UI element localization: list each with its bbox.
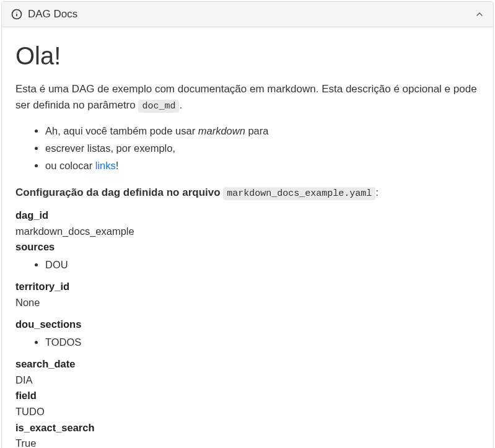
intro-text: Esta é uma DAG de exemplo com documentaç…	[15, 83, 477, 111]
config-definition-list: dag_id markdown_docs_example sources DOU…	[15, 208, 480, 448]
intro-suffix: .	[179, 99, 182, 111]
intro-paragraph: Esta é uma DAG de exemplo com documentaç…	[15, 81, 480, 113]
config-label-suffix: :	[375, 187, 379, 198]
info-icon	[11, 8, 23, 20]
config-key-dou-sections: dou_sections	[15, 317, 480, 333]
list-item: TODOS	[45, 334, 480, 350]
dag-docs-panel: DAG Docs Ola! Esta é uma DAG de exemplo …	[1, 1, 494, 448]
panel-body: Ola! Esta é uma DAG de exemplo com docum…	[2, 27, 493, 448]
list-item: ou colocar links!	[45, 157, 480, 174]
config-value-search-date: DIA	[15, 372, 480, 389]
config-key-sources: sources	[15, 239, 480, 255]
config-label: Configuração da dag definida no arquivo …	[15, 187, 480, 199]
config-key-territory-id: territory_id	[15, 279, 480, 295]
list-item: escrever listas, por exemplo,	[45, 139, 480, 157]
dou-sections-list: TODOS	[15, 334, 480, 350]
config-value-dou-sections: TODOS	[15, 334, 480, 350]
inline-code-yaml: markdown_docs_example.yaml	[223, 187, 375, 200]
panel-header[interactable]: DAG Docs	[2, 2, 493, 27]
config-label-text: Configuração da dag definida no arquivo	[15, 187, 223, 198]
config-key-is-exact-search: is_exact_search	[15, 420, 480, 436]
config-value-sources: DOU	[15, 257, 480, 273]
bullet-list: Ah, aqui você também pode usar markdown …	[15, 122, 480, 174]
svg-point-2	[16, 12, 17, 12]
config-key-field: field	[15, 388, 480, 404]
config-value-field: TUDO	[15, 404, 480, 420]
config-value-dag-id: markdown_docs_example	[15, 224, 480, 240]
panel-title: DAG Docs	[28, 8, 77, 20]
sources-list: DOU	[15, 257, 480, 273]
list-item: Ah, aqui você também pode usar markdown …	[45, 122, 480, 139]
config-value-territory-id: None	[15, 295, 480, 311]
doc-heading: Ola!	[15, 42, 480, 70]
links-link[interactable]: links	[95, 160, 116, 171]
bullet-text: !	[116, 160, 119, 171]
chevron-up-icon	[475, 9, 484, 19]
config-key-dag-id: dag_id	[15, 208, 480, 224]
bullet-text: para	[245, 125, 269, 136]
inline-code-doc-md: doc_md	[138, 100, 179, 113]
bullet-text: ou colocar	[45, 160, 95, 171]
config-key-search-date: search_date	[15, 356, 480, 372]
list-item: DOU	[45, 257, 480, 273]
bullet-text: Ah, aqui você também pode usar	[45, 125, 198, 136]
panel-header-left: DAG Docs	[11, 8, 77, 20]
config-value-is-exact-search: True	[15, 436, 480, 448]
emphasis-markdown: markdown	[198, 125, 245, 136]
